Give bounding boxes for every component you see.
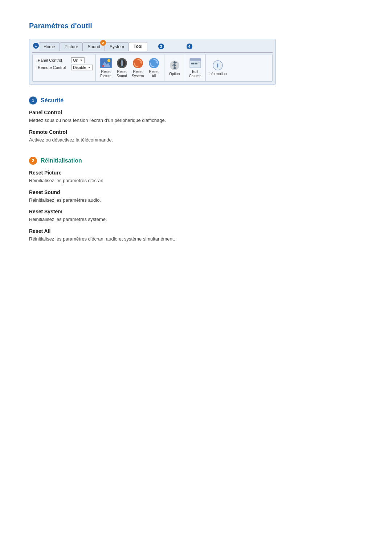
- reinit-header: 2 Réinitialisation: [29, 157, 363, 165]
- svg-rect-20: [191, 65, 194, 65]
- security-section: I Panel Control On ▼ I Remote Control Di…: [33, 54, 96, 81]
- panel-control-row: I Panel Control On ▼: [36, 57, 93, 63]
- option-icon: [169, 59, 180, 71]
- tab-tool[interactable]: Tool: [129, 42, 147, 51]
- edit-column-btn[interactable]: Edit Column: [188, 57, 203, 78]
- reset-picture-label: Reset Picture: [100, 70, 111, 78]
- reset-all-label: Reset All: [149, 70, 159, 78]
- svg-rect-18: [191, 62, 194, 62]
- badge-2: 2: [100, 40, 106, 46]
- remote-control-desc: Activez ou désactivez la télécommande.: [29, 136, 363, 144]
- tab-picture[interactable]: Picture: [60, 42, 83, 51]
- reset-system-label: Reset System: [132, 70, 144, 78]
- panel-control-value[interactable]: On ▼: [71, 57, 85, 63]
- information-btn[interactable]: i Information: [209, 59, 227, 76]
- svg-rect-17: [190, 58, 201, 61]
- reset-picture-icon: [100, 57, 112, 69]
- svg-rect-22: [195, 63, 197, 64]
- remote-control-row: I Remote Control Disable ▼: [36, 65, 93, 70]
- reset-system-subtitle: Reset System: [29, 209, 363, 214]
- remote-dropdown-arrow: ▼: [88, 66, 91, 69]
- panel-control-desc: Mettez sous ou hors tension l'écran d'un…: [29, 117, 363, 124]
- reset-all-desc: Réinitialisez les paramètres d'écran, au…: [29, 235, 363, 243]
- reset-sound-label: Reset Sound: [117, 70, 127, 78]
- edit-column-label: Edit Column: [189, 70, 201, 78]
- reset-picture-desc: Réinitialisez les paramètres d'écran.: [29, 177, 363, 184]
- information-label: Information: [209, 72, 227, 76]
- option-section: Option: [164, 54, 185, 81]
- reset-system-btn[interactable]: Reset System: [131, 57, 145, 78]
- svg-rect-19: [191, 63, 194, 64]
- security-header: 1 Sécurité: [29, 97, 363, 104]
- svg-point-7: [121, 62, 123, 65]
- edit-column-section: Edit Column: [185, 54, 206, 81]
- information-icon: i: [212, 59, 224, 71]
- reset-sound-subtitle: Reset Sound: [29, 189, 363, 195]
- remote-control-subsection: Remote Control Activez ou désactivez la …: [29, 129, 363, 144]
- badge-4: 4: [187, 44, 192, 49]
- information-section: i Information: [206, 54, 230, 81]
- tab-home[interactable]: Home: [39, 42, 60, 51]
- reset-picture-subsection: Reset Picture Réinitialisez les paramètr…: [29, 170, 363, 184]
- badge-3: 3: [158, 44, 164, 49]
- svg-rect-21: [195, 62, 197, 62]
- toolbar-container: 1 Home Picture Sound 2 System Tool 3 4 I…: [29, 39, 276, 85]
- reset-all-icon: [148, 57, 160, 69]
- reset-all-subsection: Reset All Réinitialisez les paramètres d…: [29, 228, 363, 243]
- toolbar-tabs: 1 Home Picture Sound 2 System Tool 3 4: [32, 42, 273, 53]
- tab-sound[interactable]: Sound 2: [83, 42, 105, 51]
- reset-section: Reset Picture Reset Sound: [96, 54, 164, 81]
- security-title: Sécurité: [41, 97, 64, 104]
- edit-column-icon: [189, 57, 201, 69]
- badge-1: 1: [33, 43, 39, 49]
- reset-sound-icon: [116, 57, 128, 69]
- reset-all-subtitle: Reset All: [29, 228, 363, 234]
- security-number: 1: [29, 97, 37, 104]
- remote-control-subtitle: Remote Control: [29, 129, 363, 135]
- reset-system-icon: [132, 57, 144, 69]
- reset-sound-btn[interactable]: Reset Sound: [115, 57, 129, 78]
- option-label: Option: [169, 72, 180, 76]
- svg-point-4: [102, 65, 104, 67]
- page-title: Paramètres d'outil: [29, 22, 363, 30]
- reset-system-subsection: Reset System Réinitialisez les paramètre…: [29, 209, 363, 223]
- svg-point-3: [107, 59, 110, 62]
- panel-control-subsection: Panel Control Mettez sous ou hors tensio…: [29, 110, 363, 124]
- section-separator: [29, 150, 363, 150]
- reset-picture-btn[interactable]: Reset Picture: [99, 57, 113, 78]
- svg-text:i: i: [217, 62, 219, 69]
- tab-system[interactable]: System: [105, 42, 129, 51]
- svg-rect-24: [198, 62, 200, 62]
- reinit-title: Réinitialisation: [41, 157, 82, 164]
- reset-system-desc: Réinitialisez les paramètres système.: [29, 216, 363, 223]
- panel-dropdown-arrow: ▼: [80, 59, 83, 62]
- reset-sound-desc: Réinitialisez les paramètres audio.: [29, 197, 363, 204]
- reset-sound-subsection: Reset Sound Réinitialisez les paramètres…: [29, 189, 363, 204]
- remote-control-label: I Remote Control: [36, 65, 68, 70]
- panel-control-subtitle: Panel Control: [29, 110, 363, 115]
- panel-control-label: I Panel Control: [36, 58, 68, 62]
- remote-control-value[interactable]: Disable ▼: [71, 65, 93, 70]
- reset-all-btn[interactable]: Reset All: [147, 57, 161, 78]
- option-btn[interactable]: Option: [167, 59, 182, 76]
- reset-picture-subtitle: Reset Picture: [29, 170, 363, 176]
- toolbar-body: I Panel Control On ▼ I Remote Control Di…: [32, 54, 273, 82]
- svg-rect-23: [195, 65, 197, 65]
- reinit-number: 2: [29, 157, 37, 165]
